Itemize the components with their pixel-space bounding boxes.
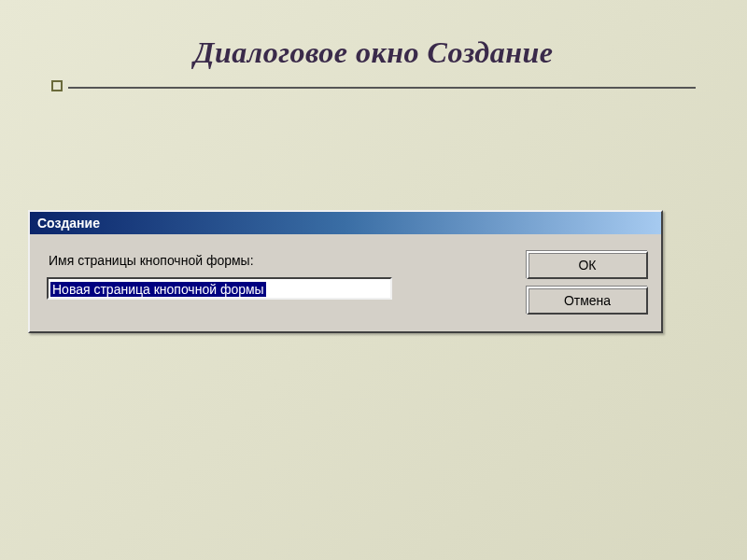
dialog-window: Создание Имя страницы кнопочной формы: Н… bbox=[28, 210, 663, 333]
dialog-buttons: ОК Отмена bbox=[527, 251, 648, 315]
cancel-button[interactable]: Отмена bbox=[527, 287, 648, 315]
dialog-titlebar[interactable]: Создание bbox=[30, 212, 661, 234]
page-name-input[interactable]: Новая страница кнопочной формы bbox=[47, 277, 392, 300]
divider-line bbox=[68, 87, 696, 89]
dialog-body: Имя страницы кнопочной формы: Новая стра… bbox=[30, 234, 661, 331]
dialog-left-column: Имя страницы кнопочной формы: Новая стра… bbox=[47, 251, 499, 300]
ok-button[interactable]: ОК bbox=[527, 251, 648, 279]
page-name-input-value: Новая страница кнопочной формы bbox=[50, 282, 266, 297]
field-label: Имя страницы кнопочной формы: bbox=[47, 253, 499, 268]
divider-bullet bbox=[51, 80, 63, 91]
slide-title: Диалоговое окно Создание bbox=[0, 35, 747, 70]
divider bbox=[51, 87, 696, 89]
